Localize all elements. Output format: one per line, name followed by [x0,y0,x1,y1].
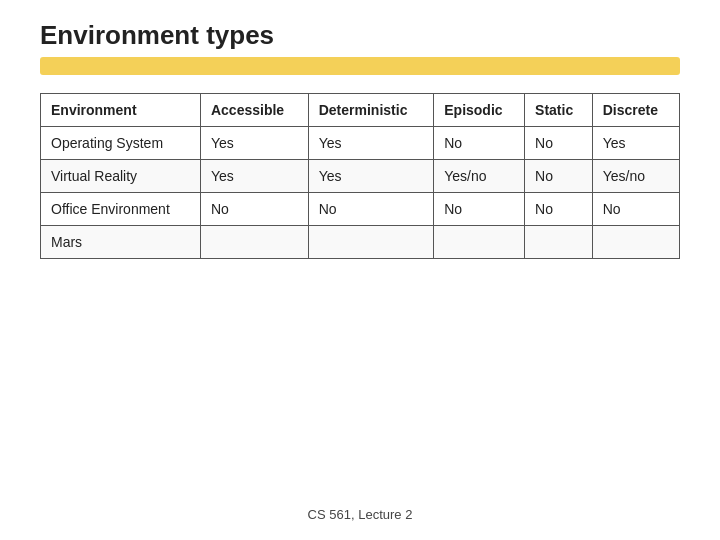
col-header-episodic: Episodic [434,94,525,127]
cell-r0-c4: No [525,127,593,160]
col-header-static: Static [525,94,593,127]
highlight-bar [40,57,680,75]
cell-r1-c1: Yes [200,160,308,193]
col-header-accessible: Accessible [200,94,308,127]
cell-r2-c4: No [525,193,593,226]
cell-r0-c0: Operating System [41,127,201,160]
cell-r2-c1: No [200,193,308,226]
cell-r3-c3 [434,226,525,259]
cell-r3-c4 [525,226,593,259]
page-title: Environment types [40,20,680,51]
cell-r3-c2 [308,226,434,259]
cell-r2-c0: Office Environment [41,193,201,226]
table-row: Mars [41,226,680,259]
cell-r0-c1: Yes [200,127,308,160]
page: Environment types Environment Accessible… [0,0,720,540]
cell-r3-c0: Mars [41,226,201,259]
col-header-deterministic: Deterministic [308,94,434,127]
cell-r1-c5: Yes/no [592,160,679,193]
cell-r3-c1 [200,226,308,259]
cell-r1-c2: Yes [308,160,434,193]
table-header-row: Environment Accessible Deterministic Epi… [41,94,680,127]
cell-r1-c0: Virtual Reality [41,160,201,193]
cell-r1-c3: Yes/no [434,160,525,193]
cell-r2-c2: No [308,193,434,226]
table-row: Operating SystemYesYesNoNoYes [41,127,680,160]
cell-r1-c4: No [525,160,593,193]
table-row: Virtual RealityYesYesYes/noNoYes/no [41,160,680,193]
cell-r0-c3: No [434,127,525,160]
footer-text: CS 561, Lecture 2 [0,507,720,522]
cell-r3-c5 [592,226,679,259]
col-header-discrete: Discrete [592,94,679,127]
cell-r0-c2: Yes [308,127,434,160]
environment-table: Environment Accessible Deterministic Epi… [40,93,680,259]
table-row: Office EnvironmentNoNoNoNoNo [41,193,680,226]
col-header-environment: Environment [41,94,201,127]
cell-r2-c3: No [434,193,525,226]
cell-r2-c5: No [592,193,679,226]
cell-r0-c5: Yes [592,127,679,160]
